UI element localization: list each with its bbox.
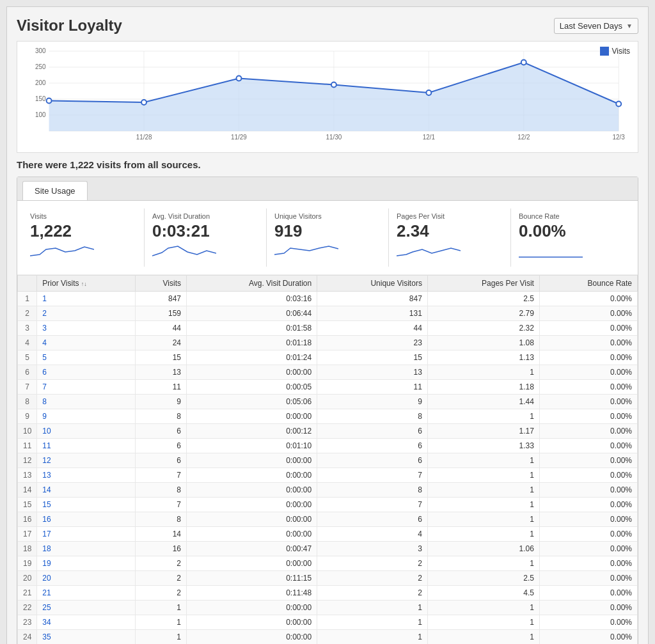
cell-row-num: 5 <box>18 350 37 365</box>
table-row: 6 6 13 0:00:00 13 1 0.00% <box>18 365 638 379</box>
cell-prior-visits[interactable]: 35 <box>37 629 135 644</box>
cell-prior-visits[interactable]: 4 <box>37 335 135 350</box>
cell-row-num: 9 <box>18 409 37 423</box>
metric-bounce-value: 0.00% <box>519 222 625 240</box>
table-row: 22 25 1 0:00:00 1 1 0.00% <box>18 600 638 615</box>
metric-visits-value: 1,222 <box>30 222 136 240</box>
cell-prior-visits[interactable]: 11 <box>37 438 135 453</box>
metric-unique-value: 919 <box>274 222 381 240</box>
cell-prior-visits[interactable]: 14 <box>37 482 135 497</box>
cell-prior-visits[interactable]: 15 <box>37 497 135 512</box>
cell-unique: 23 <box>317 335 428 350</box>
table-row: 9 9 8 0:00:00 8 1 0.00% <box>18 409 638 423</box>
cell-visits: 14 <box>135 526 187 541</box>
col-bounce: Bounce Rate <box>539 275 637 291</box>
cell-prior-visits[interactable]: 10 <box>37 423 135 438</box>
cell-prior-visits[interactable]: 12 <box>37 453 135 467</box>
cell-prior-visits[interactable]: 21 <box>37 585 135 600</box>
svg-point-20 <box>237 76 242 81</box>
cell-visits: 2 <box>135 570 187 585</box>
cell-visits: 11 <box>135 379 187 394</box>
cell-prior-visits[interactable]: 34 <box>37 615 135 629</box>
table-row: 20 20 2 0:11:15 2 2.5 0.00% <box>18 570 638 585</box>
cell-unique: 4 <box>317 526 428 541</box>
cell-prior-visits[interactable]: 2 <box>37 306 135 320</box>
cell-prior-visits[interactable]: 5 <box>37 350 135 365</box>
table-row: 3 3 44 0:01:58 44 2.32 0.00% <box>18 320 638 335</box>
svg-text:100: 100 <box>35 111 46 118</box>
cell-row-num: 11 <box>18 438 37 453</box>
table-row: 12 12 6 0:00:00 6 1 0.00% <box>18 453 638 467</box>
cell-prior-visits[interactable]: 20 <box>37 570 135 585</box>
cell-ppv: 1 <box>427 453 539 467</box>
cell-prior-visits[interactable]: 1 <box>37 291 135 306</box>
cell-avg-dur: 0:00:00 <box>187 615 317 629</box>
cell-avg-dur: 0:00:00 <box>187 409 317 423</box>
cell-bounce: 0.00% <box>539 365 637 379</box>
metric-duration-sparkline <box>152 243 216 261</box>
cell-ppv: 2.5 <box>427 570 539 585</box>
cell-ppv: 1 <box>427 526 539 541</box>
cell-row-num: 23 <box>18 615 37 629</box>
cell-bounce: 0.00% <box>539 526 637 541</box>
cell-visits: 1 <box>135 600 187 615</box>
metric-visits: Visits 1,222 <box>22 208 145 267</box>
tab-panel: Site Usage Visits 1,222 Avg. Visit Durat… <box>17 177 638 644</box>
line-chart: 300 250 200 150 100 <box>24 48 631 141</box>
svg-point-22 <box>426 90 431 95</box>
svg-point-18 <box>47 98 52 104</box>
svg-text:11/29: 11/29 <box>231 134 247 141</box>
cell-avg-dur: 0:00:00 <box>187 629 317 644</box>
cell-bounce: 0.00% <box>539 497 637 512</box>
cell-row-num: 6 <box>18 365 37 379</box>
cell-prior-visits[interactable]: 17 <box>37 526 135 541</box>
cell-avg-dur: 0:00:00 <box>187 600 317 615</box>
cell-avg-dur: 0:00:05 <box>187 379 317 394</box>
sort-icon[interactable]: ↑↓ <box>81 281 87 287</box>
cell-visits: 159 <box>135 306 187 320</box>
cell-ppv: 4.5 <box>427 585 539 600</box>
metric-unique-label: Unique Visitors <box>274 212 381 220</box>
cell-row-num: 8 <box>18 394 37 409</box>
cell-prior-visits[interactable]: 8 <box>37 394 135 409</box>
cell-row-num: 18 <box>18 541 37 556</box>
cell-bounce: 0.00% <box>539 291 637 306</box>
cell-unique: 6 <box>317 423 428 438</box>
cell-row-num: 16 <box>18 512 37 526</box>
cell-prior-visits[interactable]: 7 <box>37 379 135 394</box>
cell-ppv: 1 <box>427 365 539 379</box>
cell-ppv: 1.08 <box>427 335 539 350</box>
cell-prior-visits[interactable]: 19 <box>37 556 135 570</box>
table-row: 17 17 14 0:00:00 4 1 0.00% <box>18 526 638 541</box>
cell-bounce: 0.00% <box>539 379 637 394</box>
svg-point-24 <box>616 102 621 107</box>
cell-visits: 6 <box>135 453 187 467</box>
cell-ppv: 2.32 <box>427 320 539 335</box>
metric-ppv-value: 2.34 <box>397 222 503 240</box>
svg-text:12/2: 12/2 <box>517 134 530 141</box>
cell-unique: 9 <box>317 394 428 409</box>
tab-site-usage[interactable]: Site Usage <box>22 181 88 200</box>
svg-text:11/30: 11/30 <box>326 134 342 141</box>
svg-point-21 <box>331 82 336 88</box>
cell-prior-visits[interactable]: 3 <box>37 320 135 335</box>
cell-visits: 6 <box>135 438 187 453</box>
svg-point-23 <box>521 60 526 65</box>
table-row: 24 35 1 0:00:00 1 1 0.00% <box>18 629 638 644</box>
date-filter-dropdown[interactable]: Last Seven Days ▼ <box>554 18 638 34</box>
cell-ppv: 1 <box>427 600 539 615</box>
cell-unique: 8 <box>317 482 428 497</box>
cell-prior-visits[interactable]: 13 <box>37 467 135 482</box>
cell-prior-visits[interactable]: 18 <box>37 541 135 556</box>
cell-bounce: 0.00% <box>539 438 637 453</box>
metric-unique-sparkline <box>274 243 338 261</box>
header-row: Visitor Loyalty Last Seven Days ▼ <box>17 17 638 35</box>
col-prior-visits[interactable]: Prior Visits ↑↓ <box>37 275 135 291</box>
cell-prior-visits[interactable]: 25 <box>37 600 135 615</box>
cell-prior-visits[interactable]: 6 <box>37 365 135 379</box>
chart-container: Visits 300 250 200 150 100 <box>17 41 638 153</box>
cell-prior-visits[interactable]: 16 <box>37 512 135 526</box>
cell-avg-dur: 0:00:00 <box>187 556 317 570</box>
cell-prior-visits[interactable]: 9 <box>37 409 135 423</box>
table-row: 19 19 2 0:00:00 2 1 0.00% <box>18 556 638 570</box>
